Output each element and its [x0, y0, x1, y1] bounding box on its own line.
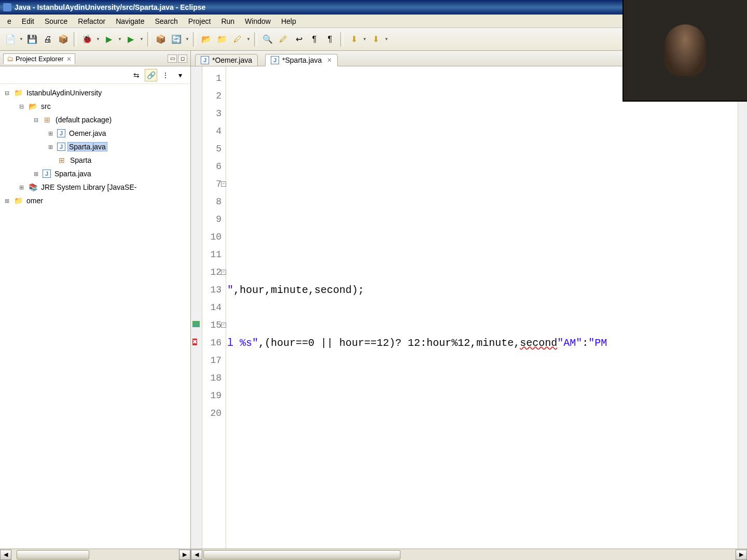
mark-occur-button[interactable]: 🖉 [276, 32, 290, 47]
tree-item[interactable]: ⊟📂src [0, 100, 190, 113]
dropdown-icon[interactable]: ▼ [19, 32, 24, 47]
expand-icon[interactable]: ⊟ [31, 117, 40, 123]
tree-item[interactable]: ⊞JSparta.java [0, 167, 190, 180]
editor-tab[interactable]: J*Sparta.java✕ [265, 54, 338, 66]
expand-icon[interactable]: ⊞ [46, 130, 55, 137]
scroll-left-icon[interactable]: ◀ [0, 550, 11, 560]
newpkg-button[interactable]: 📦 [154, 32, 168, 47]
menu-run[interactable]: Run [216, 16, 240, 27]
view-menu-icon[interactable]: ▾ [174, 69, 186, 81]
code-line[interactable] [226, 352, 738, 369]
next-ann-button[interactable]: ⬇ [347, 32, 361, 47]
menu-help[interactable]: Help [276, 16, 301, 27]
scroll-thumb[interactable] [17, 550, 89, 559]
code-line[interactable] [226, 369, 738, 387]
scroll-right-icon[interactable]: ▶ [736, 550, 747, 560]
tree-item[interactable]: ⊞JSparta.java [0, 140, 190, 153]
search-button[interactable]: 🖊 [230, 32, 245, 47]
saveall-button[interactable]: 🖨 [40, 32, 55, 47]
menu-source[interactable]: Source [39, 16, 73, 27]
code-line[interactable] [226, 299, 738, 316]
dropdown-icon[interactable]: ▼ [185, 32, 190, 47]
prev-ann-button[interactable]: ⬇ [368, 32, 383, 47]
menu-navigate[interactable]: Navigate [110, 16, 149, 27]
code-line[interactable] [226, 316, 738, 334]
maximize-icon[interactable]: ◻ [178, 54, 187, 63]
expand-icon[interactable]: ⊞ [2, 198, 11, 204]
scroll-right-icon[interactable]: ▶ [179, 550, 190, 560]
dropdown-icon[interactable]: ▼ [95, 32, 101, 47]
dropdown-icon[interactable]: ▼ [246, 32, 251, 47]
code-line[interactable]: ",hour,minute,second); [226, 281, 738, 299]
code-line[interactable] [226, 193, 738, 211]
menu-edit[interactable]: Edit [17, 16, 39, 27]
scroll-left-icon[interactable]: ◀ [191, 550, 202, 560]
code-line[interactable] [226, 246, 738, 263]
dropdown-icon[interactable]: ▼ [139, 32, 144, 47]
link-editor-icon[interactable]: 🔗 [145, 69, 157, 81]
menu-project[interactable]: Project [183, 16, 216, 27]
opentask-button[interactable]: 📁 [215, 32, 229, 47]
opentype-button[interactable]: 📂 [199, 32, 214, 47]
focus-task-icon[interactable]: ⋮ [159, 69, 172, 81]
code-editor[interactable]: ",hour,minute,second);l %s",(hour==0 || … [226, 66, 738, 549]
newclass-button[interactable]: 🔄 [169, 32, 184, 47]
code-line[interactable]: l %s",(hour==0 || hour==12)? 12:hour%12,… [226, 334, 738, 352]
run-button[interactable]: ▶ [102, 32, 116, 47]
explorer-hscroll[interactable]: ◀ ▶ [0, 549, 190, 560]
code-line[interactable] [226, 228, 738, 246]
scroll-track[interactable] [202, 550, 736, 560]
pin-button[interactable]: ¶ [323, 32, 337, 47]
tree-item[interactable]: ⊟⊞(default package) [0, 113, 190, 127]
editor-tab[interactable]: J*Oemer.java [195, 54, 258, 66]
code-line[interactable] [226, 122, 738, 140]
code-line[interactable] [226, 175, 738, 193]
expand-icon[interactable]: ⊟ [2, 90, 11, 96]
show-whitespace-button[interactable]: ¶ [307, 32, 322, 47]
print-button[interactable]: 📦 [56, 32, 71, 47]
menu-refactor[interactable]: Refactor [73, 16, 110, 27]
project-explorer-tab[interactable]: 🗂 Project Explorer ✕ [3, 53, 75, 64]
project-tree[interactable]: ⊟📁IstanbulAydinUniversity⊟📂src⊟⊞(default… [0, 84, 190, 549]
menu-window[interactable]: Window [240, 16, 276, 27]
dropdown-icon[interactable]: ▼ [117, 32, 122, 47]
code-line[interactable] [226, 105, 738, 122]
run-ext-button[interactable]: ▶ [123, 32, 138, 47]
new-button[interactable]: 📄 [3, 32, 18, 47]
menu-search[interactable]: Search [149, 16, 183, 27]
editor-hscroll[interactable]: ◀ ▶ [191, 549, 747, 560]
code-line[interactable] [226, 387, 738, 404]
tree-item[interactable]: ⊞Sparta [0, 153, 190, 167]
overview-ruler[interactable] [738, 66, 747, 549]
dropdown-icon[interactable]: ▼ [384, 32, 389, 47]
error-marker-icon[interactable]: ✖ [192, 339, 197, 345]
tree-item[interactable]: ⊞JOemer.java [0, 127, 190, 140]
menu-file[interactable]: e [2, 16, 17, 27]
debug-button[interactable]: 🐞 [80, 32, 94, 47]
code-line[interactable] [226, 211, 738, 228]
block-sel-button[interactable]: ↩ [292, 32, 306, 47]
collapse-all-icon[interactable]: ⇆ [130, 69, 143, 81]
scroll-thumb[interactable] [203, 550, 400, 559]
toggle-breadcrumb-button[interactable]: 🔍 [260, 32, 275, 47]
minimize-icon[interactable]: ▭ [168, 54, 177, 63]
tree-item[interactable]: ⊞📚JRE System Library [JavaSE- [0, 180, 190, 194]
code-line[interactable] [226, 140, 738, 158]
fold-toggle-icon[interactable]: − [221, 181, 226, 187]
close-icon[interactable]: ✕ [66, 55, 72, 63]
fold-toggle-icon[interactable]: − [221, 323, 226, 328]
save-button[interactable]: 💾 [25, 32, 39, 47]
dropdown-icon[interactable]: ▼ [362, 32, 367, 47]
code-line[interactable] [226, 263, 738, 281]
code-line[interactable] [226, 404, 738, 422]
tree-item[interactable]: ⊞📁omer [0, 194, 190, 207]
expand-icon[interactable]: ⊞ [17, 184, 26, 191]
expand-icon[interactable]: ⊟ [17, 103, 26, 110]
close-icon[interactable]: ✕ [327, 57, 332, 64]
expand-icon[interactable]: ⊞ [31, 171, 40, 177]
code-line[interactable] [226, 158, 738, 175]
fold-toggle-icon[interactable]: − [221, 270, 226, 275]
tree-item[interactable]: ⊟📁IstanbulAydinUniversity [0, 86, 190, 100]
expand-icon[interactable]: ⊞ [46, 144, 55, 150]
scroll-track[interactable] [11, 550, 179, 560]
